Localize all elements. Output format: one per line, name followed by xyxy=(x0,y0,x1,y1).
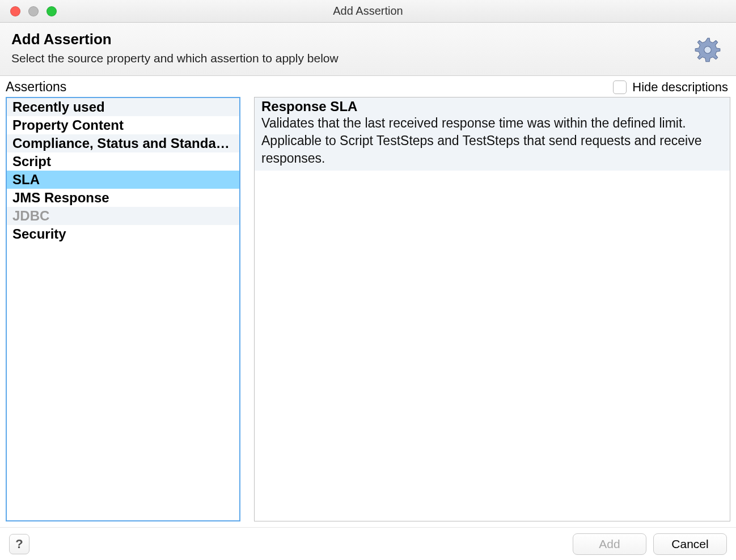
cancel-button[interactable]: Cancel xyxy=(653,533,727,555)
hide-descriptions-checkbox[interactable] xyxy=(613,80,627,94)
gear-icon xyxy=(692,34,724,66)
titlebar: Add Assertion xyxy=(0,0,736,23)
hide-descriptions-label: Hide descriptions xyxy=(632,80,728,95)
category-compliance[interactable]: Compliance, Status and Standards xyxy=(7,134,239,152)
category-script[interactable]: Script xyxy=(7,152,239,171)
help-button[interactable]: ? xyxy=(9,534,29,554)
help-icon: ? xyxy=(15,537,23,551)
window-title: Add Assertion xyxy=(0,5,736,18)
assertion-detail-title: Response SLA xyxy=(261,99,723,114)
dialog-subtitle: Select the source property and which ass… xyxy=(11,52,725,65)
assertion-detail[interactable]: Response SLA Validates that the last rec… xyxy=(255,97,730,171)
window-controls xyxy=(0,6,57,16)
category-sla[interactable]: SLA xyxy=(7,171,239,189)
assertions-label: Assertions xyxy=(6,79,66,95)
minimize-window-button[interactable] xyxy=(28,6,39,16)
category-jms-response[interactable]: JMS Response xyxy=(7,189,239,207)
close-window-button[interactable] xyxy=(10,6,20,16)
add-button[interactable]: Add xyxy=(573,533,646,555)
category-list[interactable]: Recently used Property Content Complianc… xyxy=(6,97,240,521)
category-property-content[interactable]: Property Content xyxy=(7,116,239,134)
assertions-toolbar: Assertions Hide descriptions xyxy=(0,76,736,97)
dialog-footer: ? Add Cancel xyxy=(0,527,736,560)
assertion-detail-panel: Response SLA Validates that the last rec… xyxy=(254,97,730,521)
category-security[interactable]: Security xyxy=(7,225,239,243)
category-jdbc: JDBC xyxy=(7,207,239,225)
assertion-detail-description: Validates that the last received respons… xyxy=(261,114,723,167)
category-recently-used[interactable]: Recently used xyxy=(7,98,239,116)
hide-descriptions-toggle[interactable]: Hide descriptions xyxy=(613,80,728,95)
zoom-window-button[interactable] xyxy=(46,6,57,16)
dialog-title: Add Assertion xyxy=(11,31,725,48)
main-content: Recently used Property Content Complianc… xyxy=(0,97,736,527)
svg-point-0 xyxy=(704,46,711,53)
dialog-header: Add Assertion Select the source property… xyxy=(0,23,736,76)
